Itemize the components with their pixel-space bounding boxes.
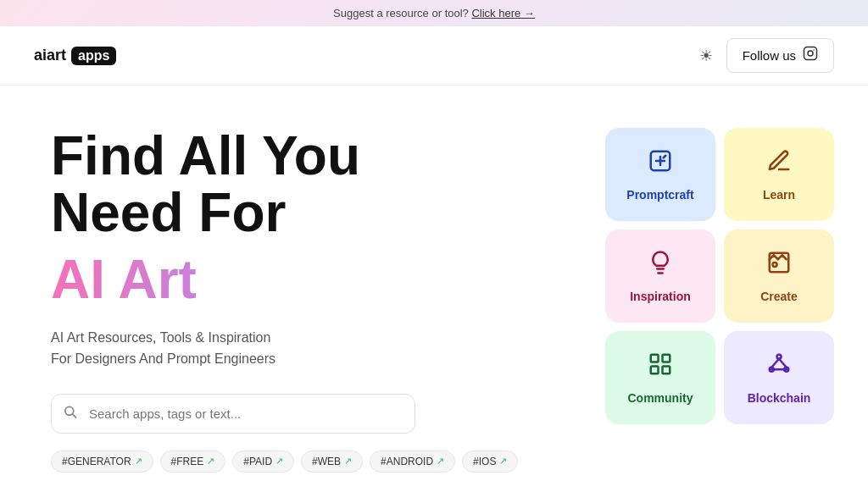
tag-arrow-icon: ↗: [344, 456, 352, 467]
tags-row: #GENERATOR↗#FREE↗#PAID↗#WEB↗#ANDROID↗#IO…: [51, 451, 571, 473]
learn-icon: [766, 148, 792, 180]
hero-title-line2: Need For: [51, 182, 286, 243]
grid-card-create[interactable]: Create: [724, 229, 834, 323]
hero-subtitle: AI Art Resources, Tools & Inspiration Fo…: [51, 327, 571, 370]
tag-item[interactable]: #FREE↗: [160, 451, 226, 473]
follow-label: Follow us: [743, 48, 796, 63]
tag-item[interactable]: #IOS↗: [462, 451, 518, 473]
tag-item[interactable]: #PAID↗: [232, 451, 294, 473]
tag-arrow-icon: ↗: [275, 456, 283, 467]
grid-card-blockchain[interactable]: Blockchain: [724, 331, 834, 424]
theme-toggle-button[interactable]: ☀: [699, 47, 713, 65]
svg-rect-11: [663, 366, 670, 373]
top-banner: Suggest a resource or tool? Click here →: [0, 0, 868, 26]
hero-subtitle-line2: For Designers And Prompt Engineers: [51, 351, 275, 366]
tag-label: #PAID: [243, 456, 272, 467]
svg-line-16: [779, 358, 787, 367]
search-icon: [63, 405, 77, 423]
main-content: Find All You Need For AI Art AI Art Reso…: [0, 86, 868, 489]
learn-label: Learn: [763, 188, 795, 202]
grid-card-community[interactable]: Community: [605, 331, 715, 424]
banner-link[interactable]: Click here →: [471, 7, 534, 19]
tag-label: #GENERATOR: [62, 456, 131, 467]
tag-arrow-icon: ↗: [437, 456, 444, 467]
logo-text: aiart: [34, 47, 66, 64]
logo[interactable]: aiart apps: [34, 47, 116, 65]
blockchain-label: Blockchain: [748, 391, 811, 405]
search-input[interactable]: [51, 394, 415, 434]
tag-item[interactable]: #GENERATOR↗: [51, 451, 153, 473]
grid-card-promptcraft[interactable]: Promptcraft: [605, 128, 715, 221]
grid-card-inspiration[interactable]: Inspiration: [605, 229, 715, 323]
svg-rect-9: [663, 354, 670, 362]
tag-arrow-icon: ↗: [207, 456, 214, 467]
tag-label: #ANDROID: [381, 456, 433, 467]
tag-label: #FREE: [171, 456, 204, 467]
sun-icon: ☀: [699, 47, 713, 64]
tag-item[interactable]: #WEB↗: [301, 451, 363, 473]
promptcraft-icon: [648, 148, 673, 180]
logo-badge: apps: [71, 47, 116, 65]
svg-rect-8: [651, 354, 659, 362]
tag-arrow-icon: ↗: [499, 456, 507, 467]
svg-line-15: [771, 358, 779, 367]
community-icon: [648, 351, 673, 383]
promptcraft-label: Promptcraft: [626, 188, 693, 202]
hero-title-line1: Find All You: [51, 125, 360, 186]
hero-section: Find All You Need For AI Art AI Art Reso…: [51, 119, 571, 473]
hero-subtitle-line1: AI Art Resources, Tools & Inspiration: [51, 330, 270, 345]
instagram-icon: [803, 46, 818, 65]
grid-card-learn[interactable]: Learn: [724, 128, 834, 221]
header-right: ☀ Follow us: [699, 38, 834, 73]
header: aiart apps ☀ Follow us: [0, 26, 868, 86]
search-container: [51, 394, 571, 434]
tag-label: #IOS: [473, 456, 496, 467]
inspiration-icon: [648, 250, 673, 281]
tag-label: #WEB: [312, 456, 341, 467]
hero-title: Find All You Need For: [51, 128, 571, 241]
svg-point-2: [813, 49, 815, 51]
community-label: Community: [628, 391, 693, 405]
follow-us-button[interactable]: Follow us: [726, 38, 834, 73]
svg-line-4: [73, 415, 76, 418]
tag-arrow-icon: ↗: [135, 456, 142, 467]
banner-text: Suggest a resource or tool?: [333, 7, 469, 19]
create-icon: [766, 250, 792, 281]
svg-point-7: [773, 263, 777, 267]
create-label: Create: [760, 290, 798, 303]
hero-title-gradient: AI Art: [51, 250, 571, 309]
svg-rect-0: [804, 47, 817, 60]
tag-item[interactable]: #ANDROID↗: [370, 451, 455, 473]
svg-rect-10: [651, 366, 659, 373]
inspiration-label: Inspiration: [630, 290, 691, 303]
category-grid: Promptcraft Learn Inspiration Create Com…: [605, 119, 834, 424]
svg-point-1: [808, 51, 813, 56]
blockchain-icon: [766, 351, 792, 383]
